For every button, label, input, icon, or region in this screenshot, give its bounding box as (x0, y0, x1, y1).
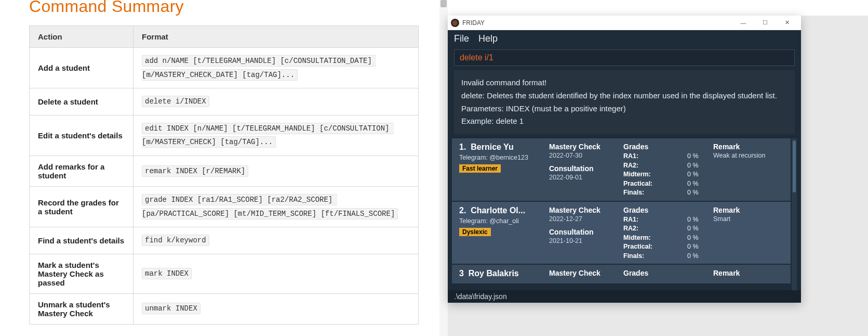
grades-header: Grades (623, 143, 704, 151)
format-code: find k/keyword (142, 235, 209, 246)
table-row: Unmark a student's Mastery Checkunmark I… (30, 293, 419, 324)
format-cell: find k/keyword (133, 227, 419, 254)
format-code: mark INDEX (142, 268, 192, 279)
format-cell: add n/NAME [t/TELEGRAM_HANDLE] [c/CONSUL… (133, 48, 419, 88)
result-line: Parameters: INDEX (must be a positive in… (461, 102, 787, 115)
menu-help[interactable]: Help (478, 33, 498, 44)
table-row: Find a student's detailsfind k/keyword (30, 227, 419, 254)
grade-value: 0 % (687, 252, 704, 261)
grade-value: 0 % (687, 224, 704, 234)
action-cell: Delete a student (30, 88, 133, 115)
menubar: File Help (448, 30, 801, 47)
action-cell: Find a student's details (30, 227, 133, 254)
mastery-header: Mastery Check (549, 269, 614, 277)
table-row: Add a studentadd n/NAME [t/TELEGRAM_HAND… (30, 48, 419, 88)
doc-scrollbar[interactable] (439, 0, 448, 336)
close-button[interactable]: ✕ (776, 16, 798, 30)
grade-value: 0 % (687, 242, 704, 252)
grade-value: 0 % (687, 161, 704, 171)
student-telegram: Telegram: @bernice123 (459, 154, 540, 161)
action-cell: Add a student (30, 48, 133, 88)
format-cell: unmark INDEX (133, 293, 419, 324)
result-line: Example: delete 1 (461, 115, 787, 128)
list-scrollbar[interactable] (792, 138, 797, 290)
grade-label: RA1: (623, 215, 638, 225)
mastery-header: Mastery Check (549, 143, 614, 151)
action-cell: Record the grades for a student (30, 186, 133, 227)
action-cell: Add remarks for a student (30, 156, 133, 186)
format-cell: mark INDEX (133, 254, 419, 293)
grade-label: Practical: (623, 242, 652, 252)
format-code: delete i/INDEX (142, 96, 209, 107)
grade-label: Practical: (623, 179, 652, 189)
grade-label: Finals: (623, 252, 644, 261)
student-card[interactable]: 3 Roy BalakrisMastery CheckGradesRemark (452, 265, 791, 283)
grade-label: RA2: (623, 161, 638, 171)
action-cell: Unmark a student's Mastery Check (30, 293, 133, 324)
table-row: Mark a student's Mastery Check as passed… (30, 254, 419, 293)
format-code: unmark INDEX (142, 303, 201, 314)
student-telegram: Telegram: @char_oli (459, 217, 540, 225)
student-name: 3 Roy Balakris (459, 269, 540, 278)
col-format: Format (133, 26, 419, 48)
grade-value: 0 % (687, 170, 704, 179)
format-code: remark INDEX [r/REMARK] (142, 165, 248, 177)
student-list: 1. Bernice YuTelegram: @bernice123Fast l… (452, 138, 797, 290)
list-scrollbar-thumb[interactable] (793, 140, 796, 192)
consult-header: Consultation (549, 164, 614, 173)
doc-scrollbar-thumb[interactable] (440, 0, 447, 7)
minimize-button[interactable]: — (732, 16, 754, 30)
grade-value: 0 % (687, 152, 704, 161)
student-card[interactable]: 1. Bernice YuTelegram: @bernice123Fast l… (452, 138, 791, 201)
grade-label: Finals: (623, 188, 644, 198)
grade-value: 0 % (687, 188, 704, 198)
table-row: Edit a student's detailsedit INDEX [n/NA… (30, 115, 419, 156)
statusbar: .\data\friday.json (448, 290, 801, 303)
format-cell: grade INDEX [ra1/RA1_SCORE] [ra2/RA2_SCO… (133, 186, 419, 227)
consult-header: Consultation (549, 228, 614, 236)
grade-value: 0 % (687, 179, 704, 189)
remark-value: Weak at recursion (713, 152, 783, 159)
mastery-header: Mastery Check (549, 206, 614, 214)
grade-label: RA2: (623, 224, 638, 234)
mastery-date: 2022-07-30 (549, 152, 614, 159)
grade-label: RA1: (623, 152, 638, 161)
result-line: Invalid command format! (461, 76, 787, 89)
format-code: add n/NAME [t/TELEGRAM_HANDLE] [c/CONSUL… (142, 55, 376, 81)
grades-header: Grades (623, 206, 704, 214)
student-card[interactable]: 2. Charlotte Ol...Telegram: @char_oliDys… (452, 202, 791, 264)
result-display: Invalid command format!delete: Deletes t… (454, 70, 795, 134)
action-cell: Edit a student's details (30, 115, 133, 156)
grade-value: 0 % (687, 215, 704, 225)
command-summary-table: Action Format Add a studentadd n/NAME [t… (29, 25, 419, 325)
format-cell: delete i/INDEX (133, 88, 419, 115)
format-cell: remark INDEX [r/REMARK] (133, 156, 419, 186)
remark-value: Smart (713, 215, 783, 223)
titlebar[interactable]: ◎ FRIDAY — ☐ ✕ (448, 16, 801, 30)
document-pane: Command Summary Action Format Add a stud… (0, 0, 448, 336)
grades-header: Grades (623, 269, 704, 277)
table-row: Record the grades for a studentgrade IND… (30, 186, 419, 227)
student-tag: Dyslexic (459, 228, 491, 236)
remark-header: Remark (713, 206, 783, 214)
grade-label: Midterm: (623, 234, 651, 243)
format-code: grade INDEX [ra1/RA1_SCORE] [ra2/RA2_SCO… (142, 194, 398, 219)
table-row: Add remarks for a studentremark INDEX [r… (30, 156, 419, 186)
student-name: 2. Charlotte Ol... (459, 206, 540, 215)
result-line: delete: Deletes the student identified b… (461, 89, 787, 102)
student-tag: Fast learner (459, 164, 501, 173)
consult-date: 2022-09-01 (549, 174, 614, 181)
command-input[interactable] (460, 53, 789, 62)
consult-date: 2021-10-21 (549, 237, 614, 244)
remark-header: Remark (713, 269, 783, 277)
command-input-wrap (454, 49, 795, 66)
doc-heading: Command Summary (29, 0, 419, 16)
format-code: edit INDEX [n/NAME] [t/TELEGRAM_HANDLE] … (142, 123, 394, 148)
action-cell: Mark a student's Mastery Check as passed (30, 254, 133, 293)
menu-file[interactable]: File (454, 33, 469, 44)
app-icon: ◎ (451, 19, 459, 27)
grade-value: 0 % (687, 234, 704, 243)
maximize-button[interactable]: ☐ (754, 16, 776, 30)
col-action: Action (30, 26, 133, 48)
window-title: FRIDAY (462, 19, 485, 27)
